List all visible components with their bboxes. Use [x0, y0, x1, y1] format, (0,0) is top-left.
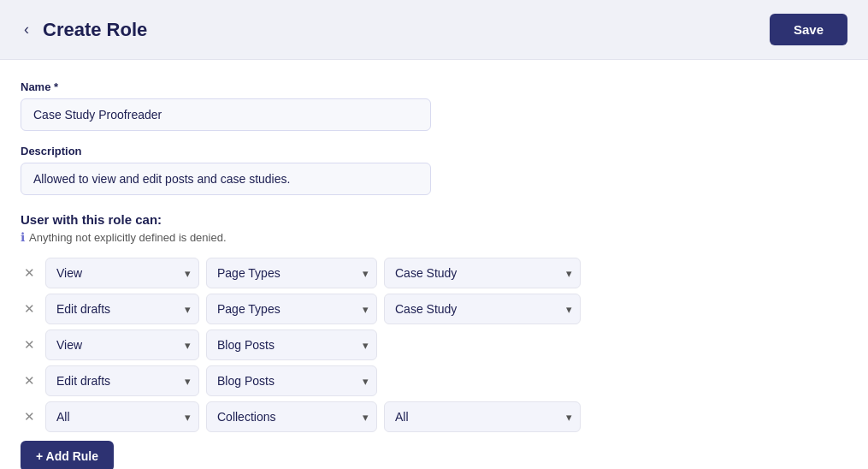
value-select[interactable]: Case Study All Posts Blog: [384, 258, 581, 288]
action-select[interactable]: View Edit drafts All Publish Delete: [45, 401, 199, 432]
action-select[interactable]: View Edit drafts All Publish Delete: [45, 329, 199, 360]
value-select-wrapper: All Case Study Posts Blog: [384, 401, 581, 432]
action-select-wrapper: View Edit drafts All Publish Delete: [45, 258, 199, 288]
section-title: User with this role can:: [21, 212, 847, 227]
info-icon: ℹ: [21, 230, 25, 244]
action-select-wrapper: View Edit drafts All Publish Delete: [45, 401, 199, 432]
rule-row: ✕ View Edit drafts All Publish Delete Pa…: [21, 294, 847, 324]
type-select-wrapper: Page Types Blog Posts Collections: [206, 258, 377, 288]
page-container: ‹ Create Role Save Name * Description Us…: [0, 0, 868, 469]
back-icon: ‹: [24, 21, 29, 39]
rule-row: ✕ View Edit drafts All Publish Delete Pa…: [21, 401, 847, 432]
rule-row: ✕ View Edit drafts All Publish Delete Pa…: [21, 258, 847, 288]
action-select[interactable]: View Edit drafts All Publish Delete: [45, 258, 199, 288]
action-select-wrapper: View Edit drafts All Publish Delete: [45, 365, 199, 396]
remove-rule-button[interactable]: ✕: [21, 337, 38, 353]
type-select-wrapper: Page Types Blog Posts Collections: [206, 294, 377, 324]
header-left: ‹ Create Role: [21, 17, 147, 42]
value-select[interactable]: All Case Study Posts Blog: [384, 401, 581, 432]
info-text: ℹ Anything not explicitly defined is den…: [21, 230, 847, 244]
action-select[interactable]: View Edit drafts All Publish Delete: [45, 365, 199, 396]
add-rule-button[interactable]: + Add Rule: [21, 441, 114, 469]
page-title: Create Role: [43, 19, 147, 41]
action-select[interactable]: View Edit drafts All Publish Delete: [45, 294, 199, 324]
type-select-wrapper: Page Types Blog Posts Collections: [206, 329, 377, 360]
page-header: ‹ Create Role Save: [0, 0, 868, 60]
type-select-wrapper: Page Types Blog Posts Collections: [206, 365, 377, 396]
name-input[interactable]: [21, 98, 431, 131]
type-select[interactable]: Page Types Blog Posts Collections: [206, 258, 377, 288]
action-select-wrapper: View Edit drafts All Publish Delete: [45, 294, 199, 324]
rule-row: ✕ View Edit drafts All Publish Delete Pa…: [21, 329, 847, 360]
description-input[interactable]: [21, 163, 431, 195]
remove-rule-button[interactable]: ✕: [21, 301, 38, 317]
remove-rule-button[interactable]: ✕: [21, 409, 38, 424]
value-select[interactable]: Case Study All Posts Blog: [384, 294, 581, 324]
type-select[interactable]: Page Types Blog Posts Collections: [206, 294, 377, 324]
save-button[interactable]: Save: [770, 14, 847, 45]
type-select[interactable]: Page Types Blog Posts Collections: [206, 401, 377, 432]
remove-rule-button[interactable]: ✕: [21, 373, 38, 389]
type-select-wrapper: Page Types Blog Posts Collections: [206, 401, 377, 432]
back-button[interactable]: ‹: [21, 17, 32, 42]
info-message: Anything not explicitly defined is denie…: [29, 231, 227, 244]
name-label: Name *: [21, 80, 847, 93]
value-select-wrapper: Case Study All Posts Blog: [384, 258, 581, 288]
description-label: Description: [21, 145, 847, 157]
value-select-wrapper: Case Study All Posts Blog: [384, 294, 581, 324]
remove-rule-button[interactable]: ✕: [21, 265, 38, 281]
type-select[interactable]: Page Types Blog Posts Collections: [206, 329, 377, 360]
type-select[interactable]: Page Types Blog Posts Collections: [206, 365, 377, 396]
main-content: Name * Description User with this role c…: [0, 60, 868, 469]
action-select-wrapper: View Edit drafts All Publish Delete: [45, 329, 199, 360]
rule-row: ✕ View Edit drafts All Publish Delete Pa…: [21, 365, 847, 396]
